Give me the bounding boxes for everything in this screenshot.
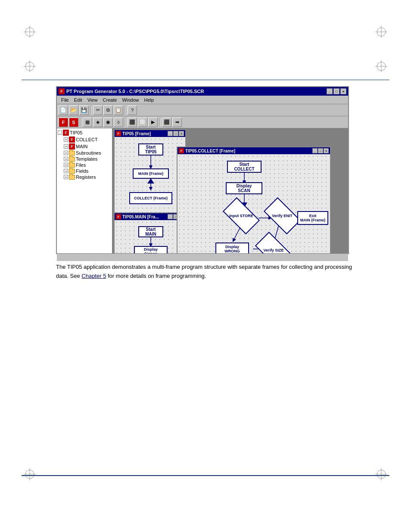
tip05-frame-title-text: TIP05 [Frame] [122, 131, 151, 136]
open-button[interactable]: 📂 [69, 106, 78, 115]
node-collect-frame[interactable]: COLLECT (Frame) [129, 192, 172, 204]
help-button[interactable]: ? [128, 106, 137, 115]
main-app-window: F PT Program Generator 5.0 - C:\PSC\PPG5… [56, 86, 349, 254]
node-exit-main-frame[interactable]: Exit MAIN (Frame) [297, 211, 328, 225]
minimize-button[interactable]: _ [327, 88, 333, 94]
app-title-bar[interactable]: F PT Program Generator 5.0 - C:\PSC\PPG5… [57, 87, 348, 96]
paste-button[interactable]: 📋 [114, 106, 123, 115]
tb2-btn10[interactable]: ⬛ [162, 118, 171, 127]
tip05-collect-close[interactable]: × [324, 148, 329, 153]
tree-root-icon: F [63, 130, 69, 136]
crop-mark-tr [375, 26, 387, 38]
node-start-collect[interactable]: Start COLLECT [227, 161, 262, 173]
toolbar2-sep-3 [159, 118, 160, 126]
tb2-btn5[interactable]: ◉ [103, 118, 113, 127]
tree-item-registers[interactable]: + Registers [58, 174, 111, 180]
tree-item-files[interactable]: + Files [58, 162, 111, 168]
menu-view[interactable]: View [85, 96, 100, 103]
tree-root-label: TIP05 [70, 130, 82, 135]
menu-bar: File Edit View Create Window Help [57, 96, 348, 104]
tree-tmpl-expand[interactable]: + [64, 157, 68, 161]
tip05-collect-minimize[interactable]: _ [312, 148, 318, 153]
node-verify-enit[interactable]: Verify ENIT [266, 206, 299, 226]
tb2-btn9[interactable]: ▶ [148, 118, 158, 127]
tree-collect-icon: F [69, 137, 75, 143]
tree-sub-label: Subroutines [76, 150, 101, 156]
tip05-main-window: F TIP05.MAIN [Fra... _ □ × [114, 212, 186, 253]
tree-regs-expand[interactable]: + [64, 175, 68, 179]
tree-main-expand[interactable]: + [64, 144, 68, 149]
tip05-minimize[interactable]: _ [168, 131, 173, 136]
tree-main-label: MAIN [76, 144, 88, 149]
node-main-frame[interactable]: MAIN (Frame) [133, 168, 169, 179]
menu-help[interactable]: Help [142, 96, 157, 103]
save-button[interactable]: 💾 [79, 106, 89, 115]
node-verify-size[interactable]: Verify SIZE [257, 240, 290, 253]
node-display-wrong[interactable]: Display WRONG [215, 243, 249, 253]
tip05-frame-title[interactable]: F TIP05 [Frame] _ □ × [115, 130, 185, 137]
tip05-frame-icon: F [116, 131, 121, 136]
node-start-tip05[interactable]: Start TIP05 [138, 143, 163, 156]
tb2-btn4[interactable]: ◈ [93, 118, 103, 127]
node-display-scan[interactable]: Display SCAN [226, 182, 262, 194]
tree-main-icon: F [69, 143, 75, 149]
menu-edit[interactable]: Edit [72, 96, 85, 103]
f-button-2[interactable]: S [69, 118, 78, 127]
tree-fields-expand[interactable]: + [64, 169, 68, 173]
f-button-1[interactable]: F [59, 118, 68, 127]
menu-file[interactable]: File [59, 96, 72, 103]
tip05-main-minimize[interactable]: _ [168, 214, 173, 219]
crop-mark-ml [24, 60, 36, 72]
body-paragraph-1: The TIP05 application demonstrates a mul… [56, 263, 355, 281]
tree-item-main[interactable]: + F MAIN [58, 143, 111, 150]
tip05-main-canvas: Start MAIN Display Signon Exit COLLECT (… [115, 220, 185, 253]
tb2-btn6[interactable]: ◊ [114, 118, 123, 127]
tb2-btn11[interactable]: ➡ [172, 118, 182, 127]
tip05-frame-window: F TIP05 [Frame] _ □ × [114, 129, 186, 218]
tip05-collect-maximize[interactable]: □ [318, 148, 323, 153]
tip05-collect-window: F TIP05.COLLECT [Frame] _ □ × [177, 146, 331, 253]
node-input-store[interactable]: Input STORE [225, 206, 258, 226]
tree-tmpl-label: Templates [76, 156, 97, 162]
tb2-btn7[interactable]: ⬛ [128, 118, 137, 127]
node-display-signon[interactable]: Display Signon [134, 246, 168, 253]
tb2-btn8[interactable]: ⬜ [138, 118, 147, 127]
tree-files-expand[interactable]: + [64, 163, 68, 167]
tree-collect-expand[interactable]: + [64, 137, 68, 142]
tip05-maximize[interactable]: □ [173, 131, 178, 136]
menu-window[interactable]: Window [119, 96, 141, 103]
tip05-main-title-text: TIP05.MAIN [Fra... [122, 215, 159, 219]
tree-regs-icon [69, 175, 75, 180]
chapter-link[interactable]: Chapter 5 [81, 273, 106, 279]
top-rule-line [22, 80, 389, 80]
tip05-collect-title-buttons: _ □ × [312, 148, 329, 153]
crop-mark-tl [24, 26, 36, 38]
cut-button[interactable]: ✂ [93, 106, 103, 115]
tree-sub-expand[interactable]: + [64, 151, 68, 155]
tree-root[interactable]: - F TIP05 [58, 129, 111, 136]
maximize-button[interactable]: □ [333, 88, 339, 94]
new-button[interactable]: 📄 [59, 106, 68, 115]
tree-root-expand[interactable]: - [58, 131, 62, 135]
tip05-collect-icon: F [179, 148, 184, 153]
tree-item-subroutines[interactable]: + Subroutines [58, 150, 111, 156]
toolbar2-sep-2 [125, 118, 126, 126]
tree-item-templates[interactable]: + Templates [58, 156, 111, 162]
crop-mark-mr [375, 60, 387, 72]
toolbar-sep-2 [125, 106, 126, 114]
tree-item-fields[interactable]: + Fields [58, 168, 111, 174]
tb2-btn3[interactable]: ▦ [83, 118, 92, 127]
tip05-collect-title-text: TIP05.COLLECT [Frame] [185, 149, 235, 153]
tree-fields-icon [69, 169, 75, 174]
crop-mark-br [375, 468, 387, 480]
tip05-frame-canvas: Start TIP05 MAIN (Frame) COLLECT (Frame) [115, 137, 185, 218]
tip05-collect-title[interactable]: F TIP05.COLLECT [Frame] _ □ × [177, 147, 330, 154]
node-start-main[interactable]: Start MAIN [138, 226, 163, 237]
tip05-main-title[interactable]: F TIP05.MAIN [Fra... _ □ × [115, 213, 185, 220]
tree-item-collect[interactable]: + F COLLECT [58, 136, 111, 143]
close-button[interactable]: × [340, 88, 346, 94]
tip05-close[interactable]: × [179, 131, 184, 136]
body-text-area: The TIP05 application demonstrates a mul… [56, 263, 355, 285]
copy-button[interactable]: ⧉ [103, 106, 113, 115]
menu-create[interactable]: Create [100, 96, 119, 103]
